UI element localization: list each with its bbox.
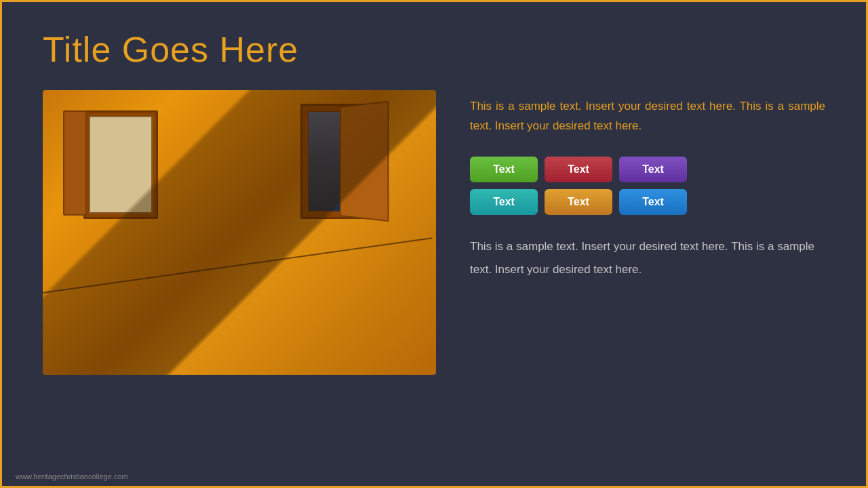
shadow-overlay xyxy=(43,90,436,375)
button-blue[interactable]: Text xyxy=(619,189,687,215)
button-purple[interactable]: Text xyxy=(619,157,687,182)
right-panel: This is a sample text. Insert your desir… xyxy=(470,90,825,453)
footer-url: www.heritagechristiancollege.com xyxy=(16,472,128,481)
building-image xyxy=(43,90,436,375)
title-area: Title Goes Here xyxy=(2,2,866,83)
button-teal[interactable]: Text xyxy=(470,189,538,215)
bottom-sample-text: This is a sample text. Insert your desir… xyxy=(470,235,825,281)
left-panel xyxy=(43,90,436,453)
slide: Title Goes Here This is a sample text. I… xyxy=(0,0,868,488)
top-sample-text: This is a sample text. Insert your desir… xyxy=(470,97,825,136)
slide-title: Title Goes Here xyxy=(43,29,825,70)
buttons-grid: Text Text Text Text Text Text xyxy=(470,157,687,215)
button-orange[interactable]: Text xyxy=(545,189,612,215)
button-red[interactable]: Text xyxy=(545,157,612,182)
image-container xyxy=(43,90,436,375)
button-green[interactable]: Text xyxy=(470,157,538,182)
content-area: This is a sample text. Insert your desir… xyxy=(2,83,866,467)
footer: www.heritagechristiancollege.com xyxy=(2,467,866,486)
